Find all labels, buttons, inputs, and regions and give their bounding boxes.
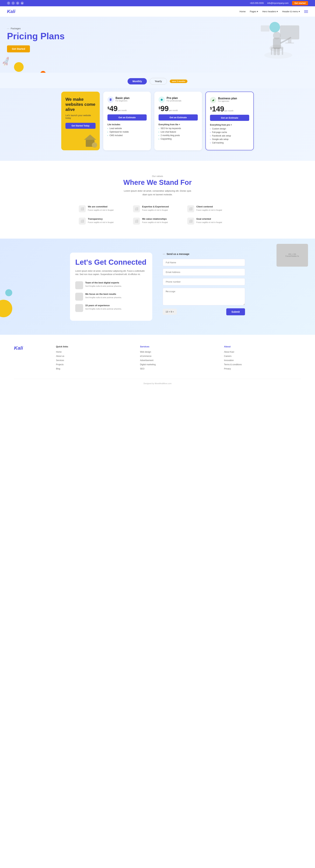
footer-link-seo[interactable]: SEO — [140, 368, 217, 370]
email-input[interactable] — [163, 269, 245, 276]
svg-rect-0 — [280, 25, 299, 39]
footer-link-webdesign[interactable]: Web design — [140, 351, 217, 353]
pricing-cards-wrapper: We make websites come alive Let's launch… — [61, 92, 254, 150]
rocket-decoration: 🚀 — [1, 56, 11, 67]
social-icons: f t in ▶ — [7, 2, 24, 5]
footer-link-innovation[interactable]: Innovation — [224, 359, 301, 362]
business-plan-card: Business plan For agencies $149/per mont… — [205, 92, 254, 150]
basic-feature-3: ›CMS included — [107, 134, 147, 137]
phone-display: +815.555.5555 — [250, 2, 264, 4]
business-plan-icon — [210, 97, 216, 103]
business-feature-2: ›Full-page cache — [210, 131, 249, 133]
basic-features-title: Lite includes — [107, 123, 147, 126]
nav-home[interactable]: Home — [240, 10, 246, 13]
basic-plan-icon — [107, 96, 114, 103]
pro-features-title: Everything from lite + — [159, 123, 198, 126]
footer-logo: Kali — [14, 345, 49, 351]
svg-point-5 — [273, 32, 281, 39]
footer-link-ecommerce[interactable]: eCommerce — [140, 355, 217, 358]
business-feature-3: ›Facebook ads setup — [210, 134, 249, 137]
pro-feature-2: ›Live chat feature — [159, 131, 198, 133]
promo-get-started-button[interactable]: Get Started Today — [65, 123, 96, 129]
value-item-6: ⬜ Goal oriented Fusce sagittis et nisl i… — [187, 218, 236, 224]
footer-link-careers[interactable]: Careers — [224, 355, 301, 358]
decoration-circle-teal-small — [5, 289, 12, 296]
youtube-icon[interactable]: ▶ — [21, 2, 24, 5]
phone-input[interactable] — [163, 278, 245, 285]
contact-team-desc-1: Sed fringilla nulla id ante pulvinar pha… — [85, 285, 122, 288]
twitter-icon[interactable]: t — [11, 2, 15, 5]
contact-team-icon-3 — [75, 304, 83, 312]
footer-services-col: Services Web design eCommerce Advertisem… — [140, 345, 217, 372]
values-label: Our values — [7, 175, 308, 178]
footer-link-about[interactable]: About us — [56, 355, 133, 358]
contact-team-item-1: Team of the best digital experts Sed fri… — [75, 281, 147, 289]
value-icon-2: ⬜ — [133, 205, 140, 212]
yearly-toggle[interactable]: Yearly — [150, 78, 167, 85]
footer-link-privacy[interactable]: Privacy — [224, 368, 301, 370]
value-desc-2: Fusce sagittis et nisl in feugiat — [142, 209, 169, 212]
nav-pages[interactable]: Pages ▾ — [250, 10, 258, 13]
basic-estimate-button[interactable]: Get an Estimate — [107, 114, 147, 121]
footer-link-advertisement[interactable]: Advertisement — [140, 359, 217, 362]
contact-team-icon-2 — [75, 293, 83, 301]
footer-link-services[interactable]: Services — [56, 359, 133, 362]
pro-plan-icon — [159, 96, 165, 103]
form-bottom: 13 + 9 = Submit — [163, 308, 245, 315]
contact-team-icon-1 — [75, 281, 83, 289]
value-title-4: Transparency — [88, 218, 113, 220]
value-item-5: ⬜ We value relationships Fusce sagittis … — [133, 218, 182, 224]
email-display: info@mycompany.com — [267, 2, 288, 4]
footer-link-digital-marketing[interactable]: Digital marketing — [140, 363, 217, 366]
footer-link-blog[interactable]: Blog — [56, 368, 133, 370]
nav-hero-headers[interactable]: Hero headers ▾ — [262, 10, 278, 13]
top-bar-left: f t in ▶ — [7, 2, 24, 5]
monthly-toggle[interactable]: Monthly — [128, 78, 147, 85]
value-desc-6: Fusce sagittis et nisl in feugiat — [196, 221, 222, 224]
facebook-icon[interactable]: f — [7, 2, 10, 5]
footer-link-terms[interactable]: Terms & conditions — [224, 363, 301, 366]
pro-feature-4: ›Copywriting — [159, 138, 198, 140]
pro-feature-1: ›SEO for top keywords — [159, 127, 198, 130]
submit-button[interactable]: Submit — [226, 308, 245, 315]
promo-illustration — [82, 133, 100, 150]
hamburger-menu[interactable] — [304, 10, 308, 13]
svg-rect-2 — [285, 42, 294, 43]
top-get-started-button[interactable]: Get started — [292, 1, 308, 5]
value-item-2: ⬜ Expertise & Experienced Fusce sagittis… — [133, 205, 182, 212]
values-description: Lorem ipsum dolor sit amet, consectetur … — [123, 189, 193, 196]
footer-quicklinks-title: Quick links — [56, 345, 133, 348]
basic-plan-card: Basic plan For beginners $49/per month G… — [103, 92, 151, 150]
nav-links: Home Pages ▾ Hero headers ▾ Header & men… — [240, 10, 308, 13]
pro-estimate-button[interactable]: Get an Estimate — [159, 114, 198, 121]
business-features-title: Everything from pro + — [210, 124, 249, 126]
basic-plan-subtitle: For beginners — [115, 100, 130, 102]
footer-link-home[interactable]: Home — [56, 351, 133, 353]
hero-get-started-button[interactable]: Get Started — [7, 45, 30, 52]
pricing-toggle-section: Monthly Yearly save 2 months — [0, 73, 315, 88]
top-bar: f t in ▶ +815.555.5555 info@mycompany.co… — [0, 0, 315, 6]
contact-team-title-2: We focus on the best results — [85, 293, 122, 296]
decoration-circle-orange — [40, 71, 46, 73]
footer-quicklinks-col: Quick links Home About us Services Proje… — [56, 345, 133, 372]
values-grid: ⬜ We are committed Fusce sagittis et nis… — [79, 205, 236, 224]
message-textarea[interactable] — [163, 288, 245, 305]
contact-right: Send us a message 13 + 9 = Submit — [163, 253, 245, 321]
nav-header-menu[interactable]: Header & menu ▾ — [282, 10, 300, 13]
footer-link-projects[interactable]: Projects — [56, 363, 133, 366]
business-feature-4: ›Google ads setup — [210, 138, 249, 141]
form-section-label: Send us a message — [163, 253, 245, 255]
value-title-2: Expertise & Experienced — [142, 205, 169, 208]
linkedin-icon[interactable]: in — [16, 2, 19, 5]
contact-section: 201 × 191Forced Buildui 3x Let's Get Con… — [0, 239, 315, 335]
business-plan-name: Business plan — [218, 97, 237, 100]
contact-left-card: Let's Get Connected Lorem ipsum dolor si… — [70, 253, 152, 321]
business-estimate-button[interactable]: Get an Estimate — [210, 115, 249, 121]
navbar: Kali Home Pages ▾ Hero headers ▾ Header … — [0, 6, 315, 17]
contact-team-item-2: We focus on the best results Sed fringil… — [75, 293, 147, 301]
contact-team-item-3: 15 years of experience Sed fringilla nul… — [75, 304, 147, 312]
footer-link-about-kavi[interactable]: About Kavi — [224, 351, 301, 353]
full-name-input[interactable] — [163, 259, 245, 266]
value-item-1: ⬜ We are committed Fusce sagittis et nis… — [79, 205, 128, 212]
svg-rect-1 — [288, 39, 291, 43]
